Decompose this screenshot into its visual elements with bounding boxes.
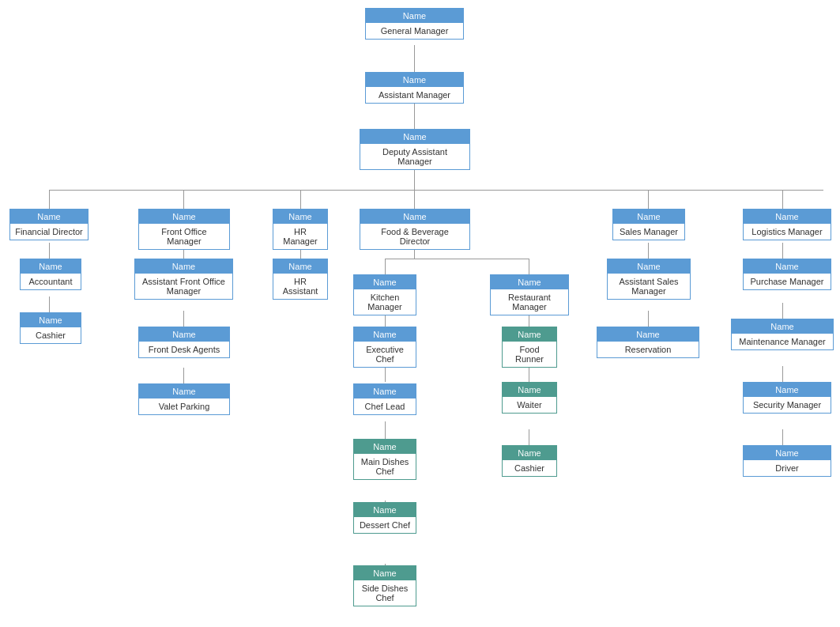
node-maintenance-manager-title: Maintenance Manager [732, 334, 833, 349]
node-food-runner-name: Name [503, 327, 556, 342]
node-security-manager-title: Security Manager [744, 397, 831, 413]
node-purchase-manager-title: Purchase Manager [744, 274, 831, 289]
node-front-office-manager: Name Front Office Manager [138, 209, 230, 250]
node-asst-sales-manager-name: Name [608, 259, 690, 274]
node-side-dishes-chef-name: Name [354, 566, 416, 580]
node-hr-assistant-title: HR Assistant [273, 274, 327, 299]
node-valet-parking-name: Name [139, 384, 229, 398]
node-reservation-name: Name [597, 327, 699, 342]
node-waiter-name: Name [503, 383, 556, 397]
node-driver-name: Name [744, 446, 831, 460]
node-executive-chef-name: Name [354, 327, 416, 342]
node-main-dishes-chef: Name Main Dishes Chef [353, 439, 416, 480]
node-cashier-rest: Name Cashier [502, 445, 557, 477]
node-maintenance-manager-name: Name [732, 319, 833, 334]
node-front-desk-agents: Name Front Desk Agents [138, 327, 230, 358]
node-general-manager-name: Name [366, 9, 463, 23]
node-purchase-manager: Name Purchase Manager [743, 259, 831, 290]
node-security-manager: Name Security Manager [743, 382, 831, 414]
node-kitchen-manager-name: Name [354, 275, 416, 289]
node-general-manager-title: General Manager [366, 23, 463, 39]
node-kitchen-manager-title: Kitchen Manager [354, 289, 416, 315]
node-sales-manager-name: Name [613, 210, 684, 224]
node-reservation-title: Reservation [597, 342, 699, 357]
node-front-office-manager-name: Name [139, 210, 229, 224]
node-restaurant-manager: Name Restaurant Manager [490, 274, 569, 315]
node-cashier-rest-title: Cashier [503, 460, 556, 476]
node-main-dishes-chef-name: Name [354, 440, 416, 454]
node-hr-manager-name: Name [273, 210, 327, 224]
node-valet-parking: Name Valet Parking [138, 383, 230, 415]
node-restaurant-manager-title: Restaurant Manager [491, 289, 568, 315]
node-executive-chef-title: Executive Chef [354, 342, 416, 367]
node-sales-manager: Name Sales Manager [612, 209, 685, 240]
node-assistant-manager-name: Name [366, 73, 463, 87]
node-dessert-chef: Name Dessert Chef [353, 502, 416, 534]
node-accountant-title: Accountant [21, 274, 81, 289]
node-chef-lead: Name Chef Lead [353, 383, 416, 415]
node-assistant-manager: Name Assistant Manager [365, 72, 464, 104]
node-driver: Name Driver [743, 445, 831, 477]
node-side-dishes-chef-title: Side Dishes Chef [354, 580, 416, 606]
node-asst-sales-manager-title: Assistant Sales Manager [608, 274, 690, 299]
node-cashier-fin: Name Cashier [20, 312, 81, 344]
node-hr-assistant-name: Name [273, 259, 327, 274]
node-sales-manager-title: Sales Manager [613, 224, 684, 240]
node-hr-manager: Name HR Manager [273, 209, 328, 250]
node-financial-director: Name Financial Director [9, 209, 89, 240]
node-hr-manager-title: HR Manager [273, 224, 327, 249]
node-accountant: Name Accountant [20, 259, 81, 290]
node-logistics-manager: Name Logistics Manager [743, 209, 831, 240]
node-logistics-manager-title: Logistics Manager [744, 224, 831, 240]
node-front-office-manager-title: Front Office Manager [139, 224, 229, 249]
node-chef-lead-title: Chef Lead [354, 398, 416, 414]
node-restaurant-manager-name: Name [491, 275, 568, 289]
node-dessert-chef-title: Dessert Chef [354, 517, 416, 533]
node-front-desk-agents-name: Name [139, 327, 229, 342]
node-cashier-fin-name: Name [21, 313, 81, 327]
node-deputy-assistant-manager-title: Deputy Assistant Manager [360, 144, 469, 169]
node-asst-front-office-name: Name [135, 259, 232, 274]
node-asst-front-office-title: Assistant Front Office Manager [135, 274, 232, 299]
node-reservation: Name Reservation [597, 327, 699, 358]
node-hr-assistant: Name HR Assistant [273, 259, 328, 300]
node-deputy-assistant-manager-name: Name [360, 130, 469, 144]
node-food-beverage-director: Name Food & Beverage Director [360, 209, 470, 250]
node-food-runner: Name Food Runner [502, 327, 557, 368]
node-driver-title: Driver [744, 460, 831, 476]
node-cashier-rest-name: Name [503, 446, 556, 460]
node-cashier-fin-title: Cashier [21, 327, 81, 343]
org-chart: Name General Manager Name Assistant Mana… [0, 0, 840, 627]
node-waiter-title: Waiter [503, 397, 556, 413]
node-front-desk-agents-title: Front Desk Agents [139, 342, 229, 357]
node-food-runner-title: Food Runner [503, 342, 556, 367]
node-purchase-manager-name: Name [744, 259, 831, 274]
node-accountant-name: Name [21, 259, 81, 274]
node-general-manager: Name General Manager [365, 8, 464, 40]
node-kitchen-manager: Name Kitchen Manager [353, 274, 416, 315]
node-main-dishes-chef-title: Main Dishes Chef [354, 454, 416, 479]
node-waiter: Name Waiter [502, 382, 557, 414]
node-chef-lead-name: Name [354, 384, 416, 398]
node-dessert-chef-name: Name [354, 503, 416, 517]
node-maintenance-manager: Name Maintenance Manager [731, 319, 834, 350]
node-side-dishes-chef: Name Side Dishes Chef [353, 565, 416, 606]
node-financial-director-title: Financial Director [10, 224, 88, 240]
node-food-beverage-director-title: Food & Beverage Director [360, 224, 469, 249]
node-food-beverage-director-name: Name [360, 210, 469, 224]
node-valet-parking-title: Valet Parking [139, 398, 229, 414]
node-asst-sales-manager: Name Assistant Sales Manager [607, 259, 691, 300]
node-assistant-manager-title: Assistant Manager [366, 87, 463, 103]
node-financial-director-name: Name [10, 210, 88, 224]
node-asst-front-office: Name Assistant Front Office Manager [134, 259, 233, 300]
node-executive-chef: Name Executive Chef [353, 327, 416, 368]
node-logistics-manager-name: Name [744, 210, 831, 224]
node-deputy-assistant-manager: Name Deputy Assistant Manager [360, 129, 470, 170]
node-security-manager-name: Name [744, 383, 831, 397]
